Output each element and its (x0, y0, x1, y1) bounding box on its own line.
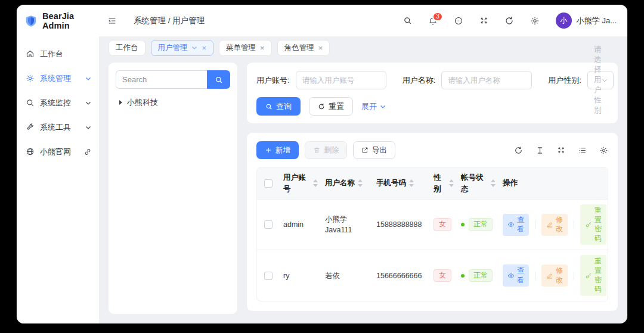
gender-badge: 女 (434, 218, 451, 231)
column-label: 手机号码 (376, 178, 406, 188)
sidebar-item-label: 系统监控 (40, 98, 71, 108)
edit-button[interactable]: 修改 (541, 214, 568, 236)
tab-workbench[interactable]: 工作台 (109, 40, 145, 56)
tree-search-button[interactable] (207, 70, 230, 89)
cell-account: admin (280, 214, 321, 235)
right-column: 用户账号: 用户名称: 用户性别: 请选择用户性别 查询 (247, 63, 618, 314)
column-header-status[interactable]: 帐号状态 (457, 167, 499, 198)
refresh-icon[interactable] (504, 16, 514, 26)
table-card: 新增 删除 导出 (247, 133, 618, 311)
table-row: admin 小熊学 Java111 15888888888 女 正常 查看 修改… (257, 200, 608, 250)
reset-button[interactable]: 重置 (309, 97, 353, 116)
reset-password-label: 重置密码 (595, 206, 602, 243)
message-icon[interactable] (454, 16, 463, 26)
tree-node-label: 小熊科技 (127, 97, 158, 108)
eye-icon (507, 221, 515, 228)
column-header-phone[interactable]: 手机号码 (373, 173, 430, 193)
app-window: BearJia Admin 工作台 系统管理 系统监控 系统工具 (17, 5, 627, 323)
delete-button[interactable]: 删除 (305, 141, 347, 159)
bell-icon[interactable]: 3 (428, 16, 438, 26)
table-row: ry 若依 15666666666 女 正常 查看 修改 重置密码 (257, 250, 608, 300)
name-input[interactable] (441, 71, 532, 89)
column-header-gender[interactable]: 性别 (430, 167, 457, 198)
tree-search-input[interactable] (116, 70, 207, 89)
chevron-down-icon[interactable] (191, 44, 198, 51)
home-icon (26, 49, 35, 58)
column-list-icon[interactable] (578, 146, 587, 155)
close-icon[interactable]: × (260, 44, 265, 52)
close-icon[interactable]: × (318, 44, 323, 52)
view-button[interactable]: 查看 (503, 214, 529, 236)
view-button[interactable]: 查看 (503, 264, 529, 287)
edit-button[interactable]: 修改 (541, 264, 568, 287)
sort-icon[interactable] (409, 179, 414, 187)
fullscreen-icon[interactable] (557, 146, 565, 154)
expand-toggle[interactable]: 展开 (361, 101, 386, 112)
search-icon[interactable] (403, 16, 412, 25)
sidebar-item-system-monitor[interactable]: 系统监控 (17, 91, 99, 115)
sidebar-item-official-site[interactable]: 小熊官网 (17, 139, 99, 164)
fullscreen-icon[interactable] (479, 16, 488, 25)
user-table: 用户账号 用户名称 手机号码 性别 帐号状态 操作 admin 小熊学 Java… (256, 167, 608, 301)
key-icon (585, 272, 592, 279)
column-label: 操作 (503, 178, 518, 188)
refresh-icon[interactable] (514, 146, 523, 155)
close-icon[interactable]: × (202, 44, 207, 52)
divider (535, 220, 535, 229)
chevron-down-icon (601, 77, 608, 84)
column-label: 性别 (434, 172, 446, 194)
caret-right-icon[interactable] (119, 100, 122, 105)
sidebar-item-workbench[interactable]: 工作台 (17, 42, 99, 66)
notification-badge: 3 (432, 12, 443, 21)
sort-icon[interactable] (358, 179, 363, 187)
eye-icon (507, 272, 515, 279)
tab-user-management[interactable]: 用户管理 × (151, 40, 214, 56)
top-bar: 系统管理 / 用户管理 3 小 小熊学 Ja... (99, 5, 627, 36)
gender-badge: 女 (434, 269, 451, 282)
table-header-row: 用户账号 用户名称 手机号码 性别 帐号状态 操作 (257, 167, 608, 200)
sidebar-menu: 工作台 系统管理 系统监控 系统工具 小熊官网 (17, 37, 99, 164)
reset-password-label: 重置密码 (595, 257, 602, 294)
sidebar-item-system-tools[interactable]: 系统工具 (17, 115, 99, 139)
view-label: 查看 (517, 266, 524, 285)
tab-menu-management[interactable]: 菜单管理 × (219, 40, 272, 56)
menu-fold-icon[interactable] (107, 16, 117, 26)
sidebar-item-label: 工作台 (40, 49, 63, 60)
column-header-name[interactable]: 用户名称 (321, 173, 373, 193)
account-input[interactable] (296, 71, 386, 89)
user-menu[interactable]: 小 小熊学 Ja... (556, 13, 617, 29)
chevron-down-icon (85, 99, 92, 107)
export-button-label: 导出 (372, 145, 387, 155)
tree-node-root[interactable]: 小熊科技 (116, 97, 230, 108)
column-header-account[interactable]: 用户账号 (280, 167, 321, 198)
add-button[interactable]: 新增 (256, 141, 299, 159)
export-button[interactable]: 导出 (353, 141, 395, 159)
avatar: 小 (556, 13, 572, 29)
settings-gear-icon[interactable] (530, 16, 540, 26)
tab-role-management[interactable]: 角色管理 × (277, 40, 330, 56)
search-button-label: 查询 (276, 101, 292, 112)
reset-button-label: 重置 (329, 101, 344, 112)
logo[interactable]: BearJia Admin (17, 5, 99, 37)
reset-password-button[interactable]: 重置密码 (580, 255, 606, 295)
row-checkbox[interactable] (264, 272, 273, 280)
search-button[interactable]: 查询 (256, 97, 301, 116)
select-all-checkbox[interactable] (264, 179, 273, 188)
cell-phone: 15888888888 (373, 214, 430, 235)
row-height-icon[interactable] (535, 146, 544, 155)
reset-password-button[interactable]: 重置密码 (580, 204, 606, 245)
table-settings-icon[interactable] (599, 146, 608, 155)
tab-label: 工作台 (116, 43, 138, 53)
sort-icon[interactable] (491, 179, 496, 187)
gender-select[interactable]: 请选择用户性别 (587, 71, 614, 89)
sort-icon[interactable] (313, 179, 318, 187)
sort-icon[interactable] (449, 179, 454, 187)
sidebar: BearJia Admin 工作台 系统管理 系统监控 系统工具 (17, 5, 99, 323)
sidebar-item-system-management[interactable]: 系统管理 (17, 66, 99, 91)
status-dot (461, 274, 465, 278)
row-checkbox[interactable] (264, 220, 273, 229)
status-badge: 正常 (469, 269, 493, 282)
pencil-icon (546, 272, 553, 279)
account-label: 用户账号: (256, 75, 290, 86)
pencil-icon (546, 221, 553, 228)
